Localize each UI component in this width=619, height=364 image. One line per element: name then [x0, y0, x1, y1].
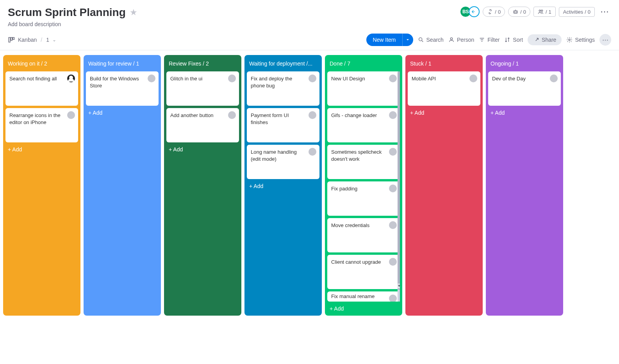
view-switcher[interactable]: Kanban / 1 ⌄ — [8, 36, 56, 43]
scrollbar[interactable]: ▼ — [398, 71, 400, 302]
column-header[interactable]: Review Fixes / 2 — [166, 57, 239, 71]
card-avatar[interactable] — [389, 258, 397, 266]
column-header[interactable]: Done / 7 — [327, 57, 400, 71]
card-title: Glitch in the ui — [170, 75, 235, 82]
card[interactable]: Client cannot upgrade — [327, 255, 400, 289]
card-avatar[interactable] — [389, 221, 397, 229]
avatar-stack[interactable]: BS — [460, 6, 480, 17]
add-card-button[interactable]: + Add — [247, 179, 319, 191]
cards-list: Search not finding allRearrange icons in… — [5, 71, 78, 142]
add-card-button[interactable]: + Add — [408, 106, 480, 117]
person-button[interactable]: Person — [448, 37, 474, 43]
header-more-icon[interactable]: ⋯ — [598, 7, 611, 17]
card[interactable]: Dev of the Day — [488, 71, 561, 106]
card-title: Sometimes spellcheck doesn't work — [331, 149, 396, 162]
column-waiting-deploy[interactable]: Waiting for deployment /...Fix and deplo… — [244, 55, 322, 316]
members-pill[interactable]: / 1 — [533, 7, 556, 17]
card[interactable]: Move credentials — [327, 218, 400, 252]
card-avatar[interactable] — [469, 75, 477, 82]
kanban-board[interactable]: Working on it / 2Search not finding allR… — [0, 50, 619, 320]
column-header[interactable]: Working on it / 2 — [5, 57, 78, 71]
card-avatar[interactable] — [309, 111, 316, 119]
card-avatar[interactable] — [389, 295, 397, 302]
card[interactable]: Rearrange icons in the editor on iPhone — [5, 108, 78, 142]
cards-list: Dev of the Day — [488, 71, 561, 106]
automations-count: 0 — [523, 9, 526, 15]
new-item-label: New Item — [366, 34, 402, 46]
card-avatar[interactable] — [550, 75, 558, 82]
star-icon[interactable]: ★ — [130, 7, 137, 18]
filter-button[interactable]: Filter — [479, 37, 499, 43]
card[interactable]: Search not finding all — [5, 71, 78, 106]
add-card-button[interactable]: + Add — [166, 142, 239, 154]
settings-button[interactable]: Settings — [566, 37, 595, 43]
card[interactable]: Glitch in the ui — [166, 71, 239, 106]
add-card-button[interactable]: + Add — [5, 142, 78, 154]
toolbar-more-icon[interactable]: ⋯ — [599, 34, 611, 46]
column-done[interactable]: Done / 7New UI DesignGifs - change loade… — [325, 55, 402, 316]
card-avatar[interactable] — [309, 75, 316, 82]
column-header[interactable]: Waiting for deployment /... — [247, 57, 319, 71]
card-avatar[interactable] — [389, 75, 397, 82]
board-title[interactable]: Scrum Sprint Planning — [8, 6, 126, 19]
svg-rect-7 — [13, 37, 14, 39]
column-review-fixes[interactable]: Review Fixes / 2Glitch in the uiAdd anot… — [164, 55, 241, 316]
card-title: Fix manual rename — [331, 293, 396, 300]
add-card-button[interactable]: + Add — [327, 302, 400, 313]
sort-button[interactable]: Sort — [504, 37, 523, 43]
card-title: Mobile API — [412, 75, 476, 82]
search-button[interactable]: Search — [418, 37, 444, 43]
column-header[interactable]: Stuck / 1 — [408, 57, 480, 71]
share-button[interactable]: Share — [528, 34, 562, 45]
column-header[interactable]: Waiting for review / 1 — [86, 57, 159, 71]
members-count: 1 — [549, 9, 551, 15]
avatar-add-user[interactable] — [469, 6, 480, 17]
column-header[interactable]: Ongoing / 1 — [488, 57, 561, 71]
card[interactable]: Gifs - change loader — [327, 108, 400, 142]
card-title: Fix and deploy the phone bug — [251, 75, 316, 89]
cards-list: Fix and deploy the phone bugPayment form… — [247, 71, 319, 179]
card[interactable]: New UI Design — [327, 71, 400, 106]
card[interactable]: Add another button — [166, 108, 239, 142]
card[interactable]: Fix and deploy the phone bug — [247, 71, 319, 106]
card[interactable]: Mobile API — [408, 71, 480, 106]
card-avatar[interactable] — [148, 75, 155, 82]
activities-count: 0 — [588, 9, 590, 15]
integrations-count: 0 — [498, 9, 501, 15]
board-description[interactable]: Add board description — [8, 21, 137, 27]
add-card-button[interactable]: + Add — [488, 106, 561, 117]
card-avatar[interactable] — [67, 111, 75, 119]
column-stuck[interactable]: Stuck / 1Mobile API+ Add — [405, 55, 483, 316]
column-ongoing[interactable]: Ongoing / 1Dev of the Day+ Add — [486, 55, 563, 316]
search-label: Search — [426, 37, 444, 43]
card[interactable]: Long name handling (edit mode) — [247, 145, 319, 179]
sort-icon — [504, 37, 510, 43]
card-avatar[interactable] — [389, 148, 397, 156]
gear-icon — [566, 37, 573, 43]
card-avatar[interactable] — [309, 148, 316, 156]
integrations-pill[interactable]: / 0 — [483, 7, 505, 17]
card[interactable]: Build for the Windows Store — [86, 71, 159, 106]
activities-pill[interactable]: Activities / 0 — [559, 7, 595, 17]
column-waiting-review[interactable]: Waiting for review / 1Build for the Wind… — [84, 55, 161, 316]
new-item-button[interactable]: New Item — [366, 34, 413, 46]
svg-rect-6 — [11, 37, 12, 41]
card[interactable]: Fix padding — [327, 181, 400, 216]
card-avatar[interactable] — [67, 75, 75, 82]
new-item-dropdown[interactable] — [402, 34, 413, 46]
card-title: Build for the Windows Store — [90, 75, 155, 89]
card-avatar[interactable] — [228, 75, 236, 82]
share-icon — [533, 37, 539, 43]
card[interactable]: Sometimes spellcheck doesn't work — [327, 145, 400, 179]
automations-pill[interactable]: / 0 — [508, 7, 530, 17]
card-avatar[interactable] — [389, 185, 397, 192]
card[interactable]: Payment form UI finishes — [247, 108, 319, 142]
add-card-button[interactable]: + Add — [86, 106, 159, 117]
card[interactable]: Fix manual rename — [327, 291, 400, 302]
header-left: Scrum Sprint Planning ★ Add board descri… — [8, 6, 137, 27]
share-label: Share — [542, 37, 556, 43]
column-working[interactable]: Working on it / 2Search not finding allR… — [3, 55, 80, 316]
person-label: Person — [457, 37, 474, 43]
card-avatar[interactable] — [389, 111, 397, 119]
card-avatar[interactable] — [228, 111, 236, 119]
